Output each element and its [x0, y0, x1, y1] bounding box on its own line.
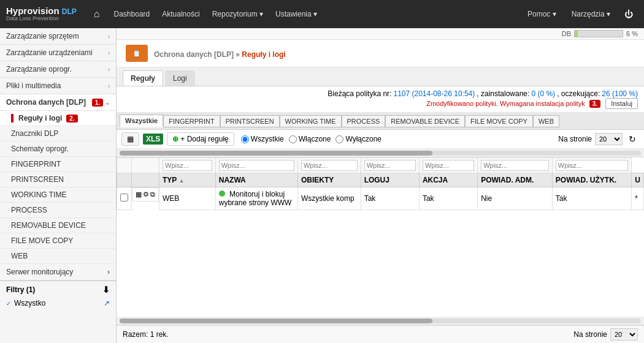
filter-tab-process[interactable]: PROCESS — [342, 115, 386, 127]
scroll-track-bottom[interactable] — [120, 318, 641, 323]
nav-pomoc[interactable]: Pomoc ▾ — [521, 7, 562, 21]
row-checkbox[interactable] — [120, 194, 128, 202]
row-powiad-adm: Nie — [478, 187, 553, 210]
sidebar-sub-removable[interactable]: REMOVABLE DEVICE — [0, 218, 116, 233]
header-loguj[interactable]: LOGUJ — [361, 173, 419, 187]
filter-typ-input[interactable] — [163, 160, 212, 171]
page-size-select[interactable]: 20 50 100 — [595, 133, 623, 145]
scroll-thumb-bottom[interactable] — [120, 318, 432, 323]
sidebar-item-hardware[interactable]: Zarządzanie sprzętem › — [0, 28, 116, 45]
logo: Hyprovision DLP Data Loss Prevention — [6, 6, 77, 22]
horizontal-scrollbar-bottom[interactable] — [117, 317, 644, 325]
radio-off-label[interactable]: Wyłączone — [335, 135, 381, 143]
scroll-thumb[interactable] — [120, 151, 432, 156]
filter-powiad-adm — [478, 158, 553, 173]
radio-all[interactable] — [241, 135, 249, 143]
sidebar-sub-znaczniki[interactable]: Znaczniki DLP — [0, 126, 116, 141]
nav-right: Pomoc ▾ Narzędzia ▾ ⏻ — [521, 7, 638, 21]
footer-bar: Razem: 1 rek. Na stronie 20 50 100 — [117, 325, 644, 343]
radio-off[interactable] — [335, 135, 343, 143]
filter-icons-col — [132, 158, 159, 173]
filter-tab-working-time[interactable]: WORKING TIME — [280, 115, 342, 127]
filters-title: Filtry (1) — [6, 285, 35, 294]
horizontal-scrollbar-top[interactable] — [117, 149, 644, 157]
footer-na-stronie-label: Na stronie — [573, 330, 607, 339]
header-typ[interactable]: TYP ▲ — [159, 173, 216, 187]
filters-download-icon[interactable]: ⬇ — [102, 285, 110, 295]
db-label: DB — [562, 30, 571, 37]
filter-tab-file-move-copy[interactable]: FILE MOVE COPY — [465, 115, 533, 127]
radio-all-label[interactable]: Wszystkie — [241, 135, 284, 143]
filter-tab-printscreen[interactable]: PRINTSCREEN — [220, 115, 280, 127]
xls-export-button[interactable]: XLS — [143, 134, 163, 145]
sidebar-item-devices[interactable]: Zarządzanie urządzeniami › — [0, 45, 116, 61]
filter-item-all[interactable]: ✓ Wszystko ↗ — [6, 298, 110, 309]
sidebar-sub-reguly[interactable]: Reguły i logi 2. — [0, 111, 116, 126]
home-button[interactable]: ⌂ — [89, 6, 105, 22]
main-tabs: Reguły Logi — [117, 67, 644, 86]
refresh-button[interactable]: ↻ — [626, 133, 639, 145]
filter-powiad-uzytk — [552, 158, 631, 173]
chevron-right-icon: › — [107, 268, 110, 276]
grid-view-button[interactable]: ▦ — [121, 132, 139, 146]
sidebar-item-software[interactable]: Zarządzanie oprogr. › — [0, 61, 116, 78]
power-button[interactable]: ⏻ — [619, 7, 638, 21]
sidebar-sub-process[interactable]: PROCESS — [0, 203, 116, 218]
filter-powiad-uzytk-input[interactable] — [556, 160, 628, 171]
table-row[interactable]: ▦ ⚙ ⧉ WEB Monitoruj i blokuj wybrane str… — [117, 187, 644, 210]
sidebar-sub-web[interactable]: WEB — [0, 249, 116, 264]
db-status-bar: DB 6 % — [117, 28, 644, 40]
sidebar-sub-fingerprint[interactable]: FINGERPRINT — [0, 157, 116, 172]
row-nazwa: Monitoruj i blokuj wybrane strony WWW — [215, 187, 297, 210]
header-u: U — [632, 173, 644, 187]
install-button[interactable]: Instaluj — [605, 98, 638, 109]
grid-icon: ▦ — [127, 135, 134, 143]
filter-tab-all[interactable]: Wszystkie — [120, 115, 163, 127]
nav-narzedzia[interactable]: Narzędzia ▾ — [565, 7, 616, 21]
filter-tab-web[interactable]: WEB — [533, 115, 559, 127]
filter-obiekty-input[interactable] — [301, 160, 358, 171]
sidebar-item-files[interactable]: Pliki i multimedia › — [0, 78, 116, 94]
header-nazwa[interactable]: NAZWA — [215, 173, 297, 187]
tab-reguly[interactable]: Reguły — [123, 70, 163, 86]
filter-tab-fingerprint[interactable]: FINGERPRINT — [163, 115, 220, 127]
filter-loguj-input[interactable] — [364, 160, 416, 171]
header-powiad-adm[interactable]: POWIAD. ADM. — [478, 173, 553, 187]
status-dot-icon — [219, 190, 225, 197]
row-obiekty: Wszystkie komp — [297, 187, 361, 210]
row-settings-icon[interactable]: ⚙ — [143, 190, 149, 198]
logo-subtitle: Data Loss Prevention — [6, 16, 77, 22]
sidebar-badge-1: 1. — [92, 99, 103, 107]
filter-check-col — [117, 158, 132, 173]
tab-logi[interactable]: Logi — [165, 70, 195, 86]
row-checkbox-cell[interactable] — [117, 187, 132, 210]
header-akcja[interactable]: AKCJA — [419, 173, 477, 187]
sidebar: Zarządzanie sprzętem › Zarządzanie urząd… — [0, 28, 117, 343]
filter-nazwa-input[interactable] — [219, 160, 294, 171]
add-rule-button[interactable]: ⊕ + Dodaj regułę — [167, 132, 234, 146]
nav-ustawienia[interactable]: Ustawienia ▾ — [269, 7, 323, 21]
radio-on[interactable] — [289, 135, 297, 143]
sidebar-sub-schematy[interactable]: Schematy oprogr. — [0, 141, 116, 157]
db-progress-fill — [575, 31, 578, 37]
row-copy-icon[interactable]: ⧉ — [150, 190, 155, 198]
sidebar-sub-printscreen[interactable]: PRINTSCREEN — [0, 172, 116, 187]
nav-aktualnosci[interactable]: Aktualności — [156, 7, 205, 21]
radio-on-label[interactable]: Włączone — [289, 135, 331, 143]
policy-pending-value: 26 (100 %) — [602, 89, 638, 98]
filter-powiad-adm-input[interactable] — [481, 160, 549, 171]
row-grid-icon[interactable]: ▦ — [136, 190, 142, 198]
nav-dashboard[interactable]: Dashboard — [108, 7, 156, 21]
header-powiad-uzytk[interactable]: POWIAD. UŻYTK. — [552, 173, 631, 187]
sidebar-sub-filemove[interactable]: FILE MOVE COPY — [0, 233, 116, 249]
filter-tab-removable-device[interactable]: REMOVABLE DEVICE — [385, 115, 465, 127]
scroll-track[interactable] — [120, 151, 641, 156]
sidebar-serwer[interactable]: Serwer monitorujący › — [0, 264, 116, 281]
header-obiekty[interactable]: OBIEKTY — [297, 173, 361, 187]
filter-link-icon[interactable]: ↗ — [104, 299, 110, 307]
nav-repozytorium[interactable]: Repozytorium ▾ — [206, 7, 269, 21]
sidebar-item-dlp[interactable]: Ochrona danych [DLP] 1. ⌄ — [0, 94, 116, 111]
filter-akcja-input[interactable] — [423, 160, 474, 171]
sidebar-sub-working-time[interactable]: WORKING TIME — [0, 187, 116, 203]
footer-page-size-select[interactable]: 20 50 100 — [610, 328, 638, 341]
